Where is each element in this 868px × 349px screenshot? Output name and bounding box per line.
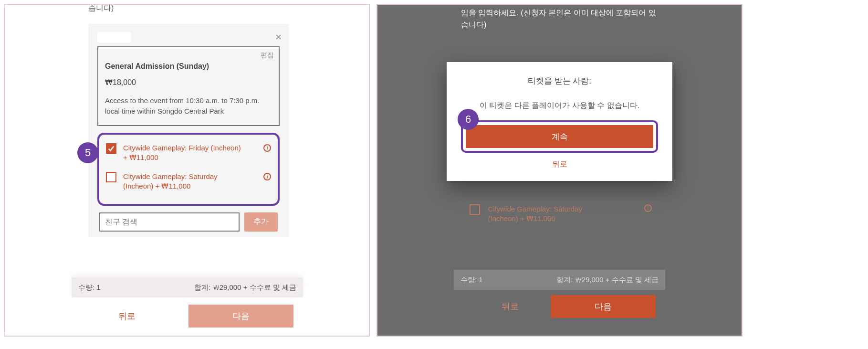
back-button: 뒤로 bbox=[502, 301, 519, 312]
ticket-description: Access to the event from 10:30 a.m. to 7… bbox=[105, 95, 272, 116]
step-badge-5: 5 bbox=[77, 142, 98, 163]
continue-button[interactable]: 계속 bbox=[466, 125, 653, 148]
summary-bar: 수량: 1 합계: ₩29,000 + 수수료 및 세금 bbox=[72, 277, 303, 297]
addon-label: Citywide Gameplay: Saturday (Incheon) + … bbox=[488, 204, 602, 224]
addon-row[interactable]: Citywide Gameplay: Saturday (Incheon) + … bbox=[103, 168, 274, 197]
info-icon: i bbox=[644, 204, 652, 212]
step-badge-6: 6 bbox=[458, 109, 479, 130]
total-label: 합계: ₩29,000 + 수수료 및 세금 bbox=[556, 275, 659, 285]
next-button[interactable]: 다음 bbox=[188, 305, 293, 328]
ticket-name: General Admission (Sunday) bbox=[105, 61, 272, 73]
qty-label: 수량: 1 bbox=[460, 275, 483, 285]
checkbox-checked-icon[interactable] bbox=[106, 143, 116, 154]
instruction-text: 임을 입력하세요. (신청자 본인은 이미 대상에 포함되어 있습니다) bbox=[88, 4, 289, 14]
summary-bar-dimmed: 수량: 1 합계: ₩29,000 + 수수료 및 세금 bbox=[454, 270, 665, 290]
ticket-price: ₩18,000 bbox=[105, 77, 272, 89]
modal-back-button[interactable]: 뒤로 bbox=[461, 159, 658, 169]
close-icon[interactable]: × bbox=[275, 29, 282, 45]
friend-search-input[interactable] bbox=[99, 212, 240, 232]
edit-link[interactable]: 편집 bbox=[261, 50, 274, 61]
qty-label: 수량: 1 bbox=[78, 283, 101, 292]
modal-title: 티켓을 받는 사람: bbox=[461, 75, 658, 86]
back-button[interactable]: 뒤로 bbox=[118, 310, 136, 322]
addon-row-dimmed: Citywide Gameplay: Saturday (Incheon) + … bbox=[466, 200, 656, 231]
checkbox-unchecked-icon bbox=[470, 204, 480, 215]
modal-message: 이 티켓은 다른 플레이어가 사용할 수 없습니다. bbox=[461, 101, 658, 111]
checkbox-unchecked-icon[interactable] bbox=[106, 172, 116, 182]
info-icon[interactable]: i bbox=[263, 173, 271, 180]
screenshot-left: 임을 입력하세요. (신청자 본인은 이미 대상에 포함되어 있습니다) × 편… bbox=[4, 4, 370, 337]
continue-highlight: 계속 bbox=[461, 120, 658, 153]
instruction-overlaid: 자격이 있는 친구에게 티켓을 보내려면 대상의 게임 내 닉네임을 입력하세요… bbox=[461, 4, 661, 31]
info-icon[interactable]: i bbox=[263, 144, 271, 152]
recipient-modal: 티켓을 받는 사람: 이 티켓은 다른 플레이어가 사용할 수 없습니다. 계속… bbox=[447, 62, 672, 181]
screenshot-right: 자격이 있는 친구에게 티켓을 보내려면 대상의 게임 내 닉네임을 입력하세요… bbox=[376, 4, 743, 337]
ticket-card: × 편집 General Admission (Sunday) ₩18,000 … bbox=[88, 24, 289, 237]
chip-placeholder bbox=[97, 32, 131, 42]
addon-label: Citywide Gameplay: Friday (Incheon) + ₩1… bbox=[123, 143, 242, 163]
eligible-friend-link[interactable]: 자격이 있는 친구 bbox=[461, 4, 519, 5]
add-friend-button[interactable]: 추가 bbox=[244, 212, 278, 232]
nav-bar: 뒤로 다음 bbox=[71, 301, 303, 331]
ticket-form: 임을 입력하세요. (신청자 본인은 이미 대상에 포함되어 있습니다) × 편… bbox=[88, 4, 289, 237]
addon-row[interactable]: Citywide Gameplay: Friday (Incheon) + ₩1… bbox=[103, 139, 274, 169]
addon-label: Citywide Gameplay: Saturday (Incheon) + … bbox=[123, 172, 242, 191]
total-label: 합계: ₩29,000 + 수수료 및 세금 bbox=[194, 283, 296, 292]
addon-group-highlight: Citywide Gameplay: Friday (Incheon) + ₩1… bbox=[97, 133, 280, 206]
instruction-text: 자격이 있는 친구에게 티켓을 보내려면 대상의 게임 내 닉네임을 입력하세요… bbox=[461, 4, 661, 31]
nav-bar-dimmed: 뒤로 다음 bbox=[454, 292, 665, 321]
friend-search-row: 추가 bbox=[97, 206, 280, 232]
next-button: 다음 bbox=[551, 295, 656, 318]
selected-ticket-box: 편집 General Admission (Sunday) ₩18,000 Ac… bbox=[97, 46, 280, 126]
